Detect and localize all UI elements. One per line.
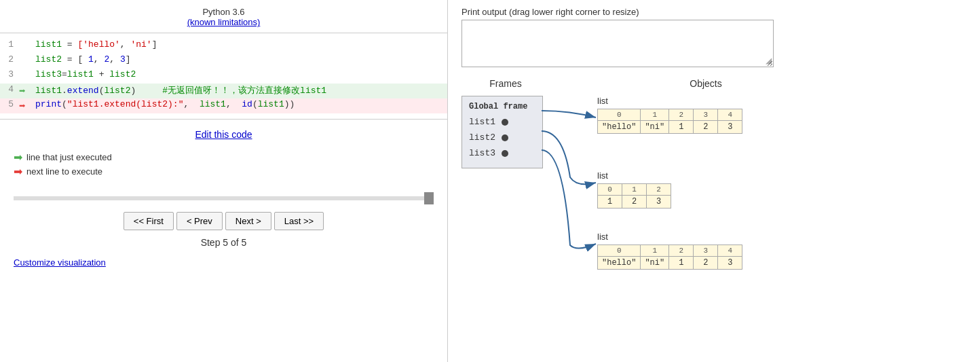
obj-table-2: 012 123 <box>597 183 671 209</box>
code-text-2: list2 = [ 1, 2, 3] <box>35 54 447 65</box>
code-area: 1 list1 = ['hello', 'ni'] 2 list2 = [ 1,… <box>0 33 447 120</box>
code-line-2: 2 list2 = [ 1, 2, 3] <box>0 54 447 69</box>
last-button[interactable]: Last >> <box>274 212 324 230</box>
obj-label-2: list <box>597 170 671 181</box>
known-limitations-link[interactable]: (known limitations) <box>187 17 261 27</box>
step-text: Step 5 of 5 <box>0 237 447 248</box>
legend-green-arrow-icon: ➡ <box>14 151 22 164</box>
code-text-5: print("list1.extend(list2):", list1, id(… <box>35 99 447 109</box>
legend-green-label: line that just executed <box>26 152 112 162</box>
object-list2: list 012 123 <box>597 170 671 209</box>
frames-title: Frames <box>489 78 521 89</box>
object-list1: list 01234 "hello""ni"123 <box>597 96 742 134</box>
global-frame-box: Global frame list1 list2 list3 <box>461 96 543 168</box>
line-number-4: 4 <box>0 84 19 94</box>
var-name-list3: list3 <box>469 148 496 158</box>
line-number-1: 1 <box>0 39 19 50</box>
line-number-2: 2 <box>0 54 19 65</box>
python-title: Python 3.6 (known limitations) <box>0 7 447 27</box>
python-version-label: Python 3.6 <box>202 7 244 17</box>
var-name-list1: list1 <box>469 117 496 127</box>
first-button[interactable]: << First <box>124 212 174 230</box>
buttons-row: << First < Prev Next > Last >> <box>0 212 447 230</box>
frame-var-list3: list3 <box>469 148 535 158</box>
obj-table-1: 01234 "hello""ni"123 <box>597 109 742 134</box>
code-line-3: 3 list3=list1 + list2 <box>0 69 447 84</box>
global-frame-title: Global frame <box>469 102 535 111</box>
print-output-box[interactable]: ◢ <box>461 20 774 67</box>
edit-link[interactable]: Edit this code <box>195 129 252 140</box>
var-dot-list3 <box>502 150 508 157</box>
frame-var-list2: list2 <box>469 132 535 143</box>
left-panel: Python 3.6 (known limitations) 1 list1 =… <box>0 0 448 362</box>
legend-red: ➡ next line to execute <box>14 165 434 178</box>
print-output-label: Print output (drag lower right corner to… <box>461 7 966 17</box>
customize-link[interactable]: Customize visualization <box>14 257 434 268</box>
prev-button[interactable]: < Prev <box>176 212 223 230</box>
red-arrow-icon: ➡ <box>19 99 26 113</box>
green-arrow-icon: ➡ <box>19 84 26 98</box>
obj-label-3: list <box>597 232 742 242</box>
frame-var-list1: list1 <box>469 117 535 127</box>
obj-table-3: 01234 "hello""ni"123 <box>597 245 742 270</box>
object-list3: list 01234 "hello""ni"123 <box>597 232 742 270</box>
edit-link-row: Edit this code <box>0 129 447 140</box>
code-text-3: list3=list1 + list2 <box>35 69 447 79</box>
line-arrow-4: ➡ <box>19 84 35 98</box>
legend-red-label: next line to execute <box>26 166 102 177</box>
line-arrow-5: ➡ <box>19 99 35 113</box>
viz-area: Frames Objects Global frame list1 <box>461 78 966 300</box>
step-slider[interactable] <box>14 196 434 200</box>
code-text-4: list1.extend(list2) #无返回值呀！！，该方法直接修改list… <box>35 84 447 96</box>
resize-corner-icon: ◢ <box>766 56 772 65</box>
right-panel: Print output (drag lower right corner to… <box>448 0 980 362</box>
code-line-1: 1 list1 = ['hello', 'ni'] <box>0 39 447 54</box>
legend-green: ➡ line that just executed <box>14 151 434 164</box>
var-dot-list2 <box>502 134 508 141</box>
line-number-5: 5 <box>0 99 19 109</box>
slider-row <box>14 192 434 202</box>
legend: ➡ line that just executed ➡ next line to… <box>14 151 434 179</box>
var-dot-list1 <box>502 119 508 126</box>
viz-wrapper: Global frame list1 list2 list3 <box>461 96 842 300</box>
legend-red-arrow-icon: ➡ <box>14 165 22 178</box>
obj-label-1: list <box>597 96 742 106</box>
objects-title: Objects <box>690 78 721 89</box>
code-text-1: list1 = ['hello', 'ni'] <box>35 39 447 50</box>
var-name-list2: list2 <box>469 132 496 143</box>
line-number-3: 3 <box>0 69 19 79</box>
code-line-4: 4 ➡ list1.extend(list2) #无返回值呀！！，该方法直接修改… <box>0 84 447 98</box>
next-button[interactable]: Next > <box>225 212 271 230</box>
code-line-5: 5 ➡ print("list1.extend(list2):", list1,… <box>0 98 447 113</box>
